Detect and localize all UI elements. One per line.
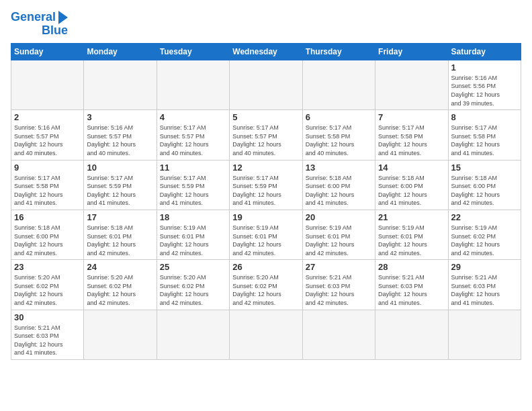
day-number: 16 [14,212,81,222]
weekday-header: Sunday [11,43,84,60]
day-number: 7 [378,112,445,122]
calendar-cell: 12Sunrise: 5:17 AM Sunset: 5:59 PM Dayli… [230,160,302,210]
day-number: 8 [451,112,518,122]
calendar-cell: 29Sunrise: 5:21 AM Sunset: 6:03 PM Dayli… [448,260,521,310]
calendar-cell [375,60,448,109]
weekday-header: Thursday [302,43,375,60]
day-info: Sunrise: 5:18 AM Sunset: 6:01 PM Dayligh… [87,224,153,257]
day-info: Sunrise: 5:17 AM Sunset: 5:57 PM Dayligh… [160,124,226,157]
day-info: Sunrise: 5:20 AM Sunset: 6:02 PM Dayligh… [232,273,299,307]
day-number: 20 [306,212,372,222]
day-number: 18 [160,212,226,222]
calendar-cell: 23Sunrise: 5:20 AM Sunset: 6:02 PM Dayli… [11,260,84,310]
calendar-cell: 19Sunrise: 5:19 AM Sunset: 6:01 PM Dayli… [230,210,302,259]
calendar-cell: 9Sunrise: 5:17 AM Sunset: 5:58 PM Daylig… [11,160,84,210]
calendar-cell: 27Sunrise: 5:21 AM Sunset: 6:03 PM Dayli… [302,260,375,310]
day-number: 25 [160,262,226,272]
day-number: 27 [306,262,372,272]
calendar-cell [157,310,229,359]
day-number: 1 [451,62,518,73]
calendar-cell: 18Sunrise: 5:19 AM Sunset: 6:01 PM Dayli… [157,210,229,259]
calendar-cell: 15Sunrise: 5:18 AM Sunset: 6:00 PM Dayli… [448,160,521,210]
calendar-cell [302,310,375,359]
day-number: 13 [306,163,372,173]
weekday-header: Saturday [448,43,521,60]
calendar-cell: 28Sunrise: 5:21 AM Sunset: 6:03 PM Dayli… [375,260,448,310]
day-info: Sunrise: 5:21 AM Sunset: 6:03 PM Dayligh… [451,273,518,307]
calendar-cell: 16Sunrise: 5:18 AM Sunset: 6:00 PM Dayli… [11,210,84,259]
day-number: 10 [87,163,153,173]
day-number: 21 [378,212,445,222]
calendar-cell: 25Sunrise: 5:20 AM Sunset: 6:02 PM Dayli… [157,260,229,310]
calendar-row: 16Sunrise: 5:18 AM Sunset: 6:00 PM Dayli… [11,210,521,259]
calendar-table: SundayMondayTuesdayWednesdayThursdayFrid… [11,43,521,360]
day-number: 2 [14,112,81,122]
logo-text: General [11,11,56,24]
calendar-cell: 7Sunrise: 5:17 AM Sunset: 5:58 PM Daylig… [375,110,448,160]
day-number: 29 [451,262,518,272]
day-info: Sunrise: 5:17 AM Sunset: 5:59 PM Dayligh… [160,174,226,208]
day-info: Sunrise: 5:16 AM Sunset: 5:56 PM Dayligh… [451,74,518,107]
day-info: Sunrise: 5:16 AM Sunset: 5:57 PM Dayligh… [87,124,153,157]
calendar-row: 30Sunrise: 5:21 AM Sunset: 6:03 PM Dayli… [11,310,521,359]
day-info: Sunrise: 5:18 AM Sunset: 6:00 PM Dayligh… [306,174,372,208]
logo-icon [58,11,68,24]
calendar-row: 1Sunrise: 5:16 AM Sunset: 5:56 PM Daylig… [11,60,521,109]
calendar-cell [375,310,448,359]
day-number: 5 [232,112,299,122]
day-info: Sunrise: 5:20 AM Sunset: 6:02 PM Dayligh… [14,273,81,307]
day-number: 22 [451,212,518,222]
day-info: Sunrise: 5:19 AM Sunset: 6:01 PM Dayligh… [378,224,445,257]
day-info: Sunrise: 5:19 AM Sunset: 6:01 PM Dayligh… [306,224,372,257]
page-header: General Blue [11,11,521,38]
day-number: 28 [378,262,445,272]
calendar-cell: 14Sunrise: 5:18 AM Sunset: 6:00 PM Dayli… [375,160,448,210]
calendar-cell: 24Sunrise: 5:20 AM Sunset: 6:02 PM Dayli… [84,260,157,310]
day-number: 23 [14,262,81,272]
day-info: Sunrise: 5:17 AM Sunset: 5:59 PM Dayligh… [232,174,299,208]
day-info: Sunrise: 5:19 AM Sunset: 6:01 PM Dayligh… [232,224,299,257]
calendar-cell [84,60,157,109]
day-info: Sunrise: 5:18 AM Sunset: 6:00 PM Dayligh… [451,174,518,208]
day-info: Sunrise: 5:19 AM Sunset: 6:02 PM Dayligh… [451,224,518,257]
calendar-cell: 26Sunrise: 5:20 AM Sunset: 6:02 PM Dayli… [230,260,302,310]
calendar-cell: 10Sunrise: 5:17 AM Sunset: 5:59 PM Dayli… [84,160,157,210]
weekday-header: Tuesday [157,43,229,60]
calendar-cell: 6Sunrise: 5:17 AM Sunset: 5:58 PM Daylig… [302,110,375,160]
weekday-header: Monday [84,43,157,60]
calendar-row: 23Sunrise: 5:20 AM Sunset: 6:02 PM Dayli… [11,260,521,310]
weekday-header: Wednesday [230,43,302,60]
day-info: Sunrise: 5:17 AM Sunset: 5:58 PM Dayligh… [451,124,518,157]
calendar-cell [230,60,302,109]
day-info: Sunrise: 5:18 AM Sunset: 6:00 PM Dayligh… [378,174,445,208]
calendar-row: 9Sunrise: 5:17 AM Sunset: 5:58 PM Daylig… [11,160,521,210]
day-number: 15 [451,163,518,173]
calendar-cell: 30Sunrise: 5:21 AM Sunset: 6:03 PM Dayli… [11,310,84,359]
day-info: Sunrise: 5:17 AM Sunset: 5:58 PM Dayligh… [14,174,81,208]
day-number: 12 [232,163,299,173]
day-info: Sunrise: 5:19 AM Sunset: 6:01 PM Dayligh… [160,224,226,257]
calendar-cell [230,310,302,359]
day-number: 4 [160,112,226,122]
calendar-cell: 20Sunrise: 5:19 AM Sunset: 6:01 PM Dayli… [302,210,375,259]
calendar-cell: 22Sunrise: 5:19 AM Sunset: 6:02 PM Dayli… [448,210,521,259]
day-number: 6 [306,112,372,122]
day-number: 9 [14,163,81,173]
calendar-row: 2Sunrise: 5:16 AM Sunset: 5:57 PM Daylig… [11,110,521,160]
calendar-cell: 11Sunrise: 5:17 AM Sunset: 5:59 PM Dayli… [157,160,229,210]
day-number: 11 [160,163,226,173]
calendar-cell: 3Sunrise: 5:16 AM Sunset: 5:57 PM Daylig… [84,110,157,160]
day-number: 26 [232,262,299,272]
day-number: 17 [87,212,153,222]
day-info: Sunrise: 5:17 AM Sunset: 5:57 PM Dayligh… [232,124,299,157]
calendar-cell: 21Sunrise: 5:19 AM Sunset: 6:01 PM Dayli… [375,210,448,259]
calendar-cell [157,60,229,109]
day-info: Sunrise: 5:20 AM Sunset: 6:02 PM Dayligh… [160,273,226,307]
day-info: Sunrise: 5:21 AM Sunset: 6:03 PM Dayligh… [378,273,445,307]
weekday-header: Friday [375,43,448,60]
day-info: Sunrise: 5:18 AM Sunset: 6:00 PM Dayligh… [14,224,81,257]
calendar-cell: 13Sunrise: 5:18 AM Sunset: 6:00 PM Dayli… [302,160,375,210]
calendar-cell [448,310,521,359]
day-info: Sunrise: 5:20 AM Sunset: 6:02 PM Dayligh… [87,273,153,307]
day-number: 19 [232,212,299,222]
